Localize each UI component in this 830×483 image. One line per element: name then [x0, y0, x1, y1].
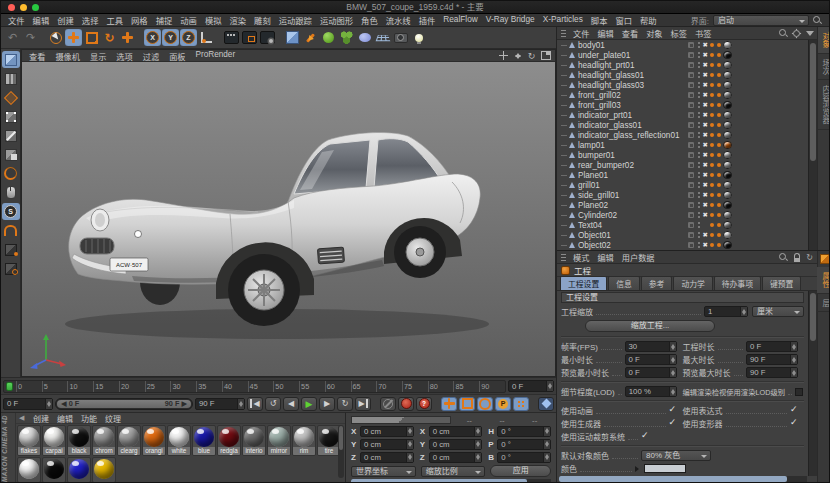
- viewport-menu-item[interactable]: 面板: [164, 50, 190, 62]
- uvw-tag-icon[interactable]: [710, 113, 714, 117]
- menubar-item[interactable]: RealFlow: [439, 14, 482, 26]
- attribute-tab[interactable]: 参考: [641, 276, 673, 290]
- edit-tag-icon[interactable]: [687, 221, 695, 229]
- viewport-menu-item[interactable]: ProRender: [191, 50, 241, 62]
- material-thumbnail[interactable]: carpai: [42, 425, 66, 456]
- visibility-dots-icon[interactable]: [698, 122, 701, 129]
- apply-button[interactable]: 应用: [490, 465, 551, 477]
- menubar-item[interactable]: 流水线: [382, 14, 415, 26]
- edit-tag-icon[interactable]: [687, 241, 695, 249]
- edit-tag-icon[interactable]: [687, 141, 695, 149]
- toolbar-icon[interactable]: [137, 29, 143, 46]
- material-thumbnail[interactable]: flakes: [17, 425, 41, 456]
- close-window-icon[interactable]: [8, 4, 15, 11]
- visibility-dots-icon[interactable]: [698, 162, 701, 169]
- uvw-tag-icon[interactable]: [710, 123, 714, 127]
- phong-tag-icon[interactable]: [717, 53, 721, 57]
- use-deformers-checkbox[interactable]: [790, 420, 798, 428]
- minimize-window-icon[interactable]: [20, 4, 27, 11]
- toolbar-icon[interactable]: [356, 29, 373, 46]
- material-thumbnail[interactable]: [17, 457, 41, 483]
- visibility-dots-icon[interactable]: [698, 212, 701, 219]
- toolbar-icon[interactable]: [83, 29, 100, 46]
- preview-min-input[interactable]: 0 F: [625, 367, 677, 378]
- phong-tag-icon[interactable]: [717, 243, 721, 247]
- object-menu-item[interactable]: 对象: [642, 27, 666, 39]
- uvw-tag-icon[interactable]: [710, 203, 714, 207]
- panel-corner-icon[interactable]: [805, 253, 814, 262]
- menubar-item[interactable]: 角色: [357, 14, 382, 26]
- phong-tag-icon[interactable]: [717, 183, 721, 187]
- object-menu-item[interactable]: 查看: [618, 27, 642, 39]
- fps-input[interactable]: 30: [625, 341, 677, 352]
- material-thumbnail[interactable]: rim: [292, 425, 316, 456]
- toolbar-icon[interactable]: [223, 29, 240, 46]
- material-thumbnail[interactable]: clearg: [117, 425, 141, 456]
- mode-icon[interactable]: [2, 184, 20, 201]
- selection-tag-icon[interactable]: ✖: [703, 51, 708, 59]
- toolbar-icon[interactable]: [216, 29, 222, 46]
- rotation-input[interactable]: 0 °: [497, 452, 551, 463]
- toolbar-icon[interactable]: [338, 29, 355, 46]
- visibility-dots-icon[interactable]: [698, 62, 701, 69]
- selection-tag-icon[interactable]: ✖: [703, 241, 708, 249]
- material-thumbnail[interactable]: interio: [242, 425, 266, 456]
- color-swatch[interactable]: [644, 464, 686, 473]
- selection-tag-icon[interactable]: ✖: [703, 161, 708, 169]
- use-motion-checkbox[interactable]: [641, 433, 649, 441]
- toolbar-icon[interactable]: [101, 29, 118, 46]
- object-row[interactable]: indicator_glass_reflection01 ✖: [557, 130, 808, 140]
- uvw-tag-icon[interactable]: [710, 213, 714, 217]
- phong-tag-icon[interactable]: [717, 163, 721, 167]
- uvw-tag-icon[interactable]: [710, 43, 714, 47]
- selection-tag-icon[interactable]: ✖: [703, 81, 708, 89]
- attribute-menu-item[interactable]: 编辑: [593, 251, 617, 263]
- transport-button[interactable]: [416, 397, 432, 411]
- transport-button[interactable]: [538, 397, 554, 411]
- mode-icon[interactable]: [2, 70, 20, 87]
- menubar-item[interactable]: 帮助: [636, 14, 661, 26]
- selection-tag-icon[interactable]: ✖: [703, 191, 708, 199]
- timeline-ruler[interactable]: 051015202530354045505560657075808590: [3, 380, 506, 393]
- layout-arrow-icon[interactable]: ◀: [19, 414, 27, 422]
- object-row[interactable]: Object02 ✖: [557, 240, 808, 250]
- rotation-input[interactable]: 0 °: [497, 439, 551, 450]
- toolbar-icon[interactable]: [374, 29, 391, 46]
- toolbar-icon[interactable]: [284, 29, 301, 46]
- menubar-item[interactable]: 窗口: [611, 14, 636, 26]
- uvw-tag-icon[interactable]: [710, 133, 714, 137]
- material-tag-icon[interactable]: [723, 111, 732, 120]
- mode-icon[interactable]: [2, 108, 20, 125]
- object-row[interactable]: rear_bumper02 ✖: [557, 160, 808, 170]
- manager-side-tab[interactable]: 对象: [818, 27, 830, 54]
- mode-icon[interactable]: [2, 165, 20, 182]
- material-menu-item[interactable]: 编辑: [53, 413, 77, 424]
- viewport-menu-item[interactable]: 摄像机: [50, 50, 85, 62]
- panel-grip-icon[interactable]: [561, 29, 566, 37]
- attribute-tab[interactable]: 待办事项: [714, 276, 761, 290]
- visibility-dots-icon[interactable]: [698, 182, 701, 189]
- selection-tag-icon[interactable]: ✖: [703, 121, 708, 129]
- selection-tag-icon[interactable]: ✖: [703, 71, 708, 79]
- edit-tag-icon[interactable]: [687, 201, 695, 209]
- uvw-tag-icon[interactable]: [710, 143, 714, 147]
- uvw-tag-icon[interactable]: [710, 73, 714, 77]
- uvw-tag-icon[interactable]: [710, 63, 714, 67]
- toolbar-icon[interactable]: [144, 29, 161, 46]
- material-tag-icon[interactable]: [723, 131, 732, 140]
- uvw-tag-icon[interactable]: [710, 103, 714, 107]
- position-input[interactable]: 0 cm: [360, 452, 414, 463]
- titlebar[interactable]: BMW_507_coupe_1959.c4d * - 主要: [1, 1, 829, 14]
- toolbar-icon[interactable]: [65, 29, 82, 46]
- material-tag-icon[interactable]: [723, 41, 732, 50]
- range-end-field[interactable]: 90 F: [195, 398, 245, 410]
- material-tag-icon[interactable]: [723, 191, 732, 200]
- edit-tag-icon[interactable]: [687, 151, 695, 159]
- transport-button[interactable]: [398, 397, 414, 411]
- object-row[interactable]: indicator_glass01 ✖: [557, 120, 808, 130]
- menubar-item[interactable]: 网格: [127, 14, 152, 26]
- mode-icon[interactable]: [2, 89, 20, 106]
- mode-icon[interactable]: [2, 51, 20, 68]
- material-menu-item[interactable]: 创建: [29, 413, 53, 424]
- toolbar-icon[interactable]: [198, 29, 215, 46]
